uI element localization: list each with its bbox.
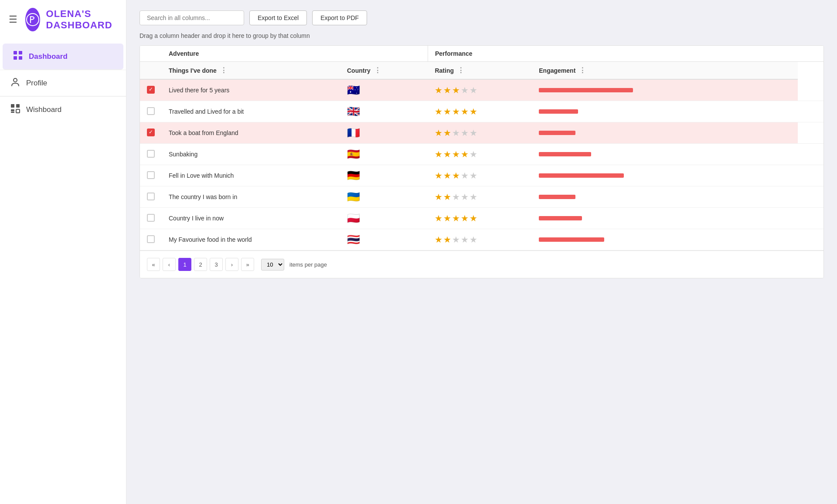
engagement-bar-container [539,88,670,92]
flag-emoji: 🇫🇷 [347,127,360,139]
main-content: Export to Excel Export to PDF Drag a col… [126,0,837,504]
star-5: ★ [470,192,477,202]
star-2: ★ [443,149,451,159]
star-5: ★ [470,170,477,181]
country-menu-icon[interactable]: ⋮ [374,66,381,74]
col-header-row: Things I've done ⋮ Country ⋮ Rating [140,62,823,80]
engagement-cell [532,186,798,208]
export-excel-button[interactable]: Export to Excel [249,10,307,25]
rating-menu-icon[interactable]: ⋮ [457,66,464,74]
star-4: ★ [461,234,469,245]
engagement-cell [532,79,798,101]
checkbox-cell[interactable] [140,208,162,229]
flag-emoji: 🇬🇧 [347,105,360,117]
table-row: Lived there for 5 years🇦🇺★★★★★ [140,79,823,101]
search-input[interactable] [140,10,244,25]
star-2: ★ [443,234,451,245]
engagement-bar-container [539,237,670,242]
flag-emoji: 🇵🇱 [347,212,360,224]
flag-emoji: 🇦🇺 [347,84,360,96]
svg-rect-2 [19,51,22,54]
star-4: ★ [461,213,469,223]
flag-emoji: 🇪🇸 [347,148,360,160]
checkbox-unchecked[interactable] [147,107,155,115]
data-table: Adventure Performance Things I've done ⋮ [140,45,824,278]
star-5: ★ [470,128,477,138]
star-3: ★ [452,234,460,245]
thing-cell: Sunbaking [162,144,340,165]
table-row: Travelled and Lived for a bit🇬🇧★★★★★ [140,101,823,122]
star-3: ★ [452,170,460,181]
group-header-row: Adventure Performance [140,46,823,62]
thing-cell: Took a boat from England [162,122,340,144]
star-2: ★ [443,213,451,223]
checkbox-cell[interactable] [140,165,162,186]
engagement-bar-container [539,109,670,114]
toolbar: Export to Excel Export to PDF [140,10,824,25]
page-2-button[interactable]: 2 [194,258,207,271]
rating-cell: ★★★★★ [428,165,532,186]
thing-cell: Country I live in now [162,208,340,229]
sidebar-item-profile[interactable]: Profile [0,70,126,96]
checkbox-cell[interactable] [140,122,162,144]
export-pdf-button[interactable]: Export to PDF [312,10,367,25]
sidebar-item-dashboard[interactable]: Dashboard [3,44,123,70]
svg-rect-6 [11,104,14,108]
engagement-bar [539,216,582,220]
sidebar: ☰ OLENA'S DASHBOARD Dashboard [0,0,126,504]
checkbox-cell[interactable] [140,186,162,208]
star-1: ★ [435,85,442,95]
page-3-button[interactable]: 3 [210,258,223,271]
checkbox-cell[interactable] [140,144,162,165]
flag-emoji: 🇺🇦 [347,191,360,203]
svg-rect-10 [16,109,20,113]
checkbox-unchecked[interactable] [147,150,155,158]
flag-emoji: 🇩🇪 [347,169,360,181]
sidebar-item-label: Dashboard [29,52,68,61]
things-menu-icon[interactable]: ⋮ [220,66,227,74]
last-page-button[interactable]: » [241,258,254,271]
star-rating: ★★★★★ [435,234,525,245]
star-2: ★ [443,170,451,181]
table-row: Took a boat from England🇫🇷★★★★★ [140,122,823,144]
rating-cell: ★★★★★ [428,101,532,122]
performance-group-header: Performance [428,46,798,62]
checkbox-cell[interactable] [140,101,162,122]
star-rating: ★★★★★ [435,192,525,202]
engagement-cell [532,144,798,165]
checkbox-checked[interactable] [147,129,155,136]
checkbox-unchecked[interactable] [147,171,155,179]
engagement-menu-icon[interactable]: ⋮ [579,66,586,74]
items-per-page-select[interactable]: 10 20 50 [261,259,284,271]
thing-cell: Lived there for 5 years [162,79,340,101]
page-1-button[interactable]: 1 [178,258,191,271]
star-4: ★ [461,149,469,159]
checkbox-cell[interactable] [140,229,162,250]
first-page-button[interactable]: « [147,258,160,271]
checkbox-checked[interactable] [147,86,155,94]
flag-cell: 🇩🇪 [340,165,428,186]
star-rating: ★★★★★ [435,85,525,95]
sidebar-item-wishboard[interactable]: Wishboard [0,97,126,122]
svg-point-5 [14,78,17,82]
engagement-bar [539,237,604,242]
next-page-button[interactable]: › [225,258,238,271]
rating-cell: ★★★★★ [428,229,532,250]
star-3: ★ [452,192,460,202]
hamburger-icon[interactable]: ☰ [9,14,17,25]
star-3: ★ [452,106,460,117]
sidebar-nav: Dashboard Profile [0,44,126,122]
svg-rect-1 [14,51,17,54]
checkbox-unchecked[interactable] [147,193,155,200]
star-3: ★ [452,85,460,95]
star-3: ★ [452,128,460,138]
star-rating: ★★★★★ [435,128,525,138]
rating-cell: ★★★★★ [428,144,532,165]
rating-cell: ★★★★★ [428,79,532,101]
prev-page-button[interactable]: ‹ [163,258,176,271]
flag-cell: 🇫🇷 [340,122,428,144]
checkbox-cell[interactable] [140,79,162,101]
checkbox-header [140,62,162,80]
checkbox-unchecked[interactable] [147,214,155,222]
checkbox-unchecked[interactable] [147,235,155,243]
